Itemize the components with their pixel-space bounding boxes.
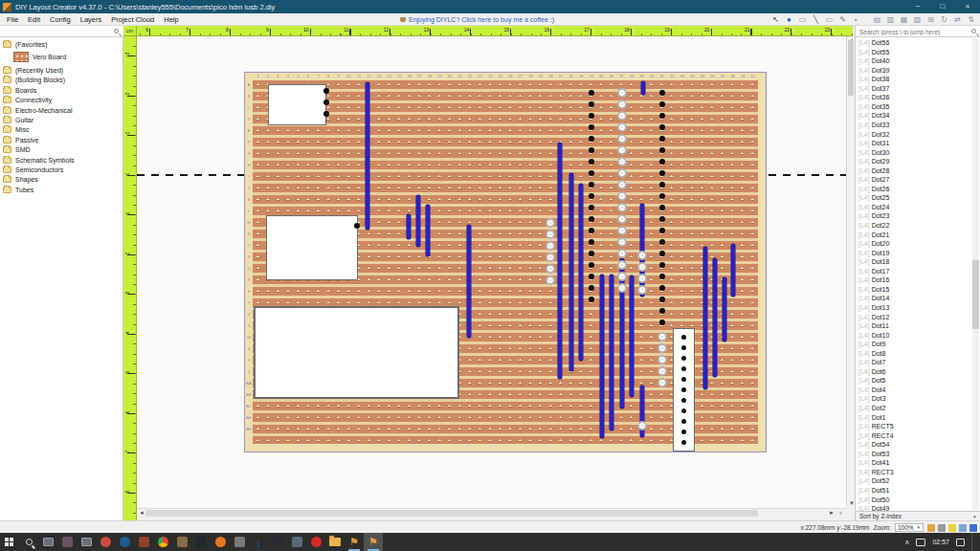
solder-pad[interactable] [617, 237, 627, 247]
sort-dropdown[interactable]: Sort by Z-index ▼ [856, 511, 980, 520]
component-list-item[interactable]: [L4] Dot10 [856, 332, 972, 342]
component-list-item[interactable]: [L4] Dot20 [856, 240, 972, 250]
jumper-wire[interactable] [426, 205, 430, 256]
component-rect[interactable] [268, 84, 326, 125]
solder-pad[interactable] [617, 191, 627, 201]
component-list-item[interactable]: [L4] Dot4 [856, 386, 972, 396]
announcement-icon[interactable] [959, 524, 967, 532]
component-list-item[interactable]: [L4] Dot26 [856, 186, 972, 195]
component-list-item[interactable]: [L4] Dot17 [856, 268, 972, 277]
group-icon[interactable]: ▤ [872, 14, 882, 26]
menu-edit[interactable]: Edit [23, 15, 45, 24]
component-list-item[interactable]: [L4] Dot32 [856, 131, 972, 141]
solder-dot[interactable] [323, 111, 329, 117]
component-list-item[interactable]: [L4] Dot51 [856, 487, 972, 496]
solder-dot[interactable] [589, 297, 594, 302]
solder-dot[interactable] [659, 136, 665, 142]
solder-dot[interactable] [681, 335, 686, 340]
component-list-item[interactable]: [L4] Dot9 [856, 341, 972, 350]
jumper-wire[interactable] [630, 276, 634, 397]
solder-dot[interactable] [681, 366, 686, 371]
app-opera[interactable] [306, 533, 325, 551]
jumper-wire[interactable] [407, 214, 411, 239]
component-list-item[interactable]: [L4] Dot1 [856, 414, 972, 424]
solder-pad[interactable] [617, 145, 627, 155]
solder-dot[interactable] [589, 251, 594, 256]
component-rect[interactable] [254, 306, 459, 399]
app-media-player[interactable] [191, 533, 211, 551]
solder-dot[interactable] [589, 239, 594, 245]
notifications-icon[interactable] [956, 539, 965, 546]
app-paint[interactable] [230, 533, 249, 551]
solder-dot[interactable] [659, 101, 665, 107]
solder-pad[interactable] [617, 203, 627, 212]
menu-help[interactable]: Help [159, 15, 183, 24]
solder-dot[interactable] [681, 440, 686, 445]
solder-dot[interactable] [323, 99, 329, 105]
jumper-wire[interactable] [641, 81, 645, 95]
solder-dot[interactable] [659, 216, 665, 222]
component-list-item[interactable]: [L4] Dot54 [856, 441, 972, 451]
clock[interactable]: 02:57 [932, 539, 949, 545]
bring-forward-icon[interactable]: ▧ [912, 14, 923, 26]
component-list-item[interactable]: [L4] RECT5 [856, 423, 972, 432]
solder-dot[interactable] [589, 113, 594, 119]
component-list-item[interactable]: [L4] Dot16 [856, 276, 972, 286]
solder-dot[interactable] [681, 430, 686, 434]
theme-icon[interactable] [927, 524, 935, 532]
solder-dot[interactable] [659, 170, 665, 176]
component-list-item[interactable]: [L4] Dot14 [856, 295, 972, 304]
solder-dot[interactable] [589, 228, 594, 233]
app-bank[interactable] [134, 533, 153, 551]
menu-project-cloud[interactable]: Project Cloud [106, 15, 159, 24]
component-list-item[interactable]: [L4] Dot30 [856, 149, 972, 159]
solder-dot[interactable] [659, 90, 665, 96]
horizontal-scroll-thumb[interactable] [145, 510, 758, 517]
solder-dot[interactable] [681, 419, 686, 424]
solder-dot[interactable] [659, 251, 665, 256]
palette-item-semiconductors[interactable]: Semiconductors [0, 165, 123, 174]
solder-dot[interactable] [589, 170, 594, 176]
palette-item-tubes[interactable]: Tubes [0, 185, 123, 194]
palette-item-buildingblocks[interactable]: (Building Blocks) [0, 76, 123, 85]
solder-dot[interactable] [589, 124, 594, 130]
close-button[interactable]: × [955, 0, 980, 13]
solder-pad[interactable] [546, 253, 555, 262]
component-list-item[interactable]: [L4] Dot40 [856, 57, 972, 67]
solder-pad[interactable] [546, 241, 555, 251]
component-search-input[interactable] [858, 27, 968, 36]
component-list-item[interactable]: [L4] Dot36 [856, 94, 972, 103]
palette-search[interactable] [0, 26, 123, 37]
component-list-item[interactable]: [L4] Dot50 [856, 496, 972, 506]
component-list-item[interactable]: [L4] Dot18 [856, 258, 972, 268]
solder-dot[interactable] [659, 308, 665, 314]
solder-dot[interactable] [659, 124, 665, 130]
component-list-item[interactable]: [L4] Dot39 [856, 67, 972, 77]
solder-pad[interactable] [617, 99, 627, 109]
app-virtual-machine[interactable] [77, 533, 96, 551]
solder-pad[interactable] [617, 122, 627, 132]
solder-dot[interactable] [589, 285, 594, 291]
jumper-wire[interactable] [579, 184, 583, 361]
jumper-wire[interactable] [467, 225, 471, 338]
solder-pad[interactable] [546, 276, 555, 285]
solder-dot[interactable] [659, 159, 665, 165]
component-list-item[interactable]: [L4] Dot24 [856, 204, 972, 213]
solder-dot[interactable] [681, 387, 686, 392]
solder-dot[interactable] [589, 274, 594, 279]
component-list-item[interactable]: [L4] RECT3 [856, 469, 972, 478]
app-remote-desktop[interactable] [38, 533, 57, 551]
solder-dot[interactable] [589, 205, 594, 210]
file-explorer[interactable] [325, 533, 345, 551]
app-utility[interactable] [172, 533, 191, 551]
solder-dot[interactable] [589, 182, 594, 187]
app-chrome[interactable] [153, 533, 172, 551]
palette-item-smd[interactable]: SMD [0, 145, 123, 155]
donate-link[interactable]: Enjoying DIYLC? Click here to buy me a c… [400, 13, 554, 26]
jumper-wire[interactable] [723, 277, 726, 342]
palette-item-electro-mechanical[interactable]: Electro-Mechanical [0, 105, 123, 115]
app-photos[interactable] [96, 533, 115, 551]
solder-dot[interactable] [659, 239, 665, 245]
solder-dot[interactable] [659, 193, 665, 199]
component-list-item[interactable]: [L4] Dot23 [856, 212, 972, 222]
